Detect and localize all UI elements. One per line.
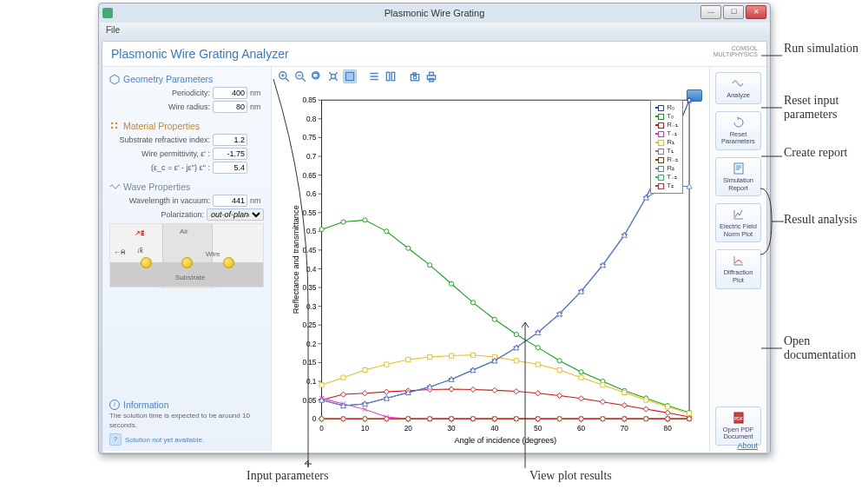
wave-icon: [109, 182, 120, 192]
svg-text:0: 0: [312, 415, 317, 423]
analyze-icon: [732, 77, 746, 89]
wire-radius-input[interactable]: [213, 101, 247, 113]
analyze-button[interactable]: Analyze: [715, 72, 761, 104]
page-title: Plasmonic Wire Grating Analyzer: [111, 47, 289, 61]
annotation-view: View plot results: [529, 469, 612, 483]
menu-file[interactable]: File: [106, 25, 120, 35]
svg-text:0.35: 0.35: [302, 284, 316, 292]
select-icon[interactable]: [343, 69, 357, 83]
chart: 0102030405060708000.050.10.150.20.250.30…: [289, 93, 700, 446]
app-window: Plasmonic Wire Grating — ☐ ✕ File Plasmo…: [98, 3, 771, 454]
svg-text:80: 80: [664, 425, 673, 433]
svg-point-14: [413, 76, 417, 79]
app-icon: [102, 8, 113, 18]
svg-text:30: 30: [447, 425, 456, 433]
chart-legend: R₀T₀R₋₁T₋₁R₁T₁R₋₂R₂T₋₂T₂: [650, 100, 683, 194]
minimize-button[interactable]: —: [700, 5, 721, 19]
svg-text:0: 0: [319, 425, 324, 433]
svg-text:0.6: 0.6: [306, 190, 317, 198]
svg-rect-76: [734, 163, 743, 174]
report-button[interactable]: Simulation Report: [715, 157, 761, 196]
diffraction-plot-button[interactable]: Diffraction Plot: [715, 249, 761, 288]
about-link[interactable]: About: [737, 441, 758, 450]
status-text: Solution not yet available.: [125, 436, 204, 444]
svg-text:0.05: 0.05: [302, 397, 316, 405]
right-sidebar: Analyze Reset Parameters Simulation Repo…: [709, 67, 766, 451]
svg-text:0.85: 0.85: [302, 96, 316, 104]
window-title: Plasmonic Wire Grating: [385, 8, 485, 18]
diffraction-icon: [733, 254, 745, 267]
open-pdf-button[interactable]: PDFOpen PDF Document: [715, 406, 761, 446]
reset-button[interactable]: Reset Parameters: [715, 111, 761, 150]
svg-text:PDF: PDF: [734, 416, 743, 421]
main-plot-area: 0102030405060708000.050.10.150.20.250.30…: [272, 67, 709, 451]
svg-text:0.25: 0.25: [302, 321, 316, 329]
material-section-header: Material Properties: [109, 119, 264, 133]
zoom-box-icon[interactable]: [310, 69, 324, 83]
substrate-index-input[interactable]: [213, 134, 247, 146]
efield-plot-button[interactable]: Electric Field Norm Plot: [715, 203, 761, 242]
report-icon: [733, 162, 744, 175]
zoom-in-icon[interactable]: [277, 69, 291, 83]
svg-rect-9: [332, 75, 336, 79]
menubar: File: [99, 23, 770, 38]
zoom-extents-icon[interactable]: [326, 69, 340, 83]
annotation-result: Result analysis: [784, 213, 857, 227]
svg-text:40: 40: [490, 425, 499, 433]
annotation-doc: Open documentation: [784, 334, 868, 362]
svg-text:0.3: 0.3: [306, 303, 317, 311]
svg-point-4: [115, 127, 117, 129]
print-icon[interactable]: [424, 69, 438, 83]
maximize-button[interactable]: ☐: [723, 5, 744, 19]
svg-marker-0: [110, 75, 119, 84]
svg-rect-10: [345, 72, 353, 80]
permittivity-real-input[interactable]: [213, 148, 247, 160]
grid-icon[interactable]: [367, 69, 381, 83]
titlebar[interactable]: Plasmonic Wire Grating — ☐ ✕: [99, 3, 770, 23]
svg-text:0.15: 0.15: [302, 359, 316, 367]
svg-text:0.2: 0.2: [306, 340, 317, 348]
periodicity-input[interactable]: [213, 87, 247, 99]
svg-rect-12: [391, 72, 395, 80]
annotation-run: Run simulation: [784, 42, 858, 56]
material-icon: [109, 121, 120, 131]
svg-text:0.4: 0.4: [306, 266, 317, 274]
svg-text:Reflectance and transmittance: Reflectance and transmittance: [292, 205, 300, 314]
geometry-diagram: Air Wire Substrate ↗E⃗ ←H⃗ ↓k⃗: [109, 223, 264, 287]
help-icon[interactable]: ?: [109, 433, 122, 446]
legend-icon[interactable]: [384, 69, 398, 83]
svg-rect-17: [430, 72, 434, 76]
geometry-icon: [109, 74, 120, 84]
polarization-select[interactable]: out-of-plane: [207, 208, 264, 221]
camera-icon[interactable]: [408, 69, 422, 83]
wave-section-header: Wave Properties: [109, 180, 264, 194]
svg-text:0.5: 0.5: [306, 228, 317, 235]
close-button[interactable]: ✕: [746, 5, 766, 19]
field-icon: [733, 208, 745, 221]
svg-text:70: 70: [621, 425, 629, 433]
svg-text:0.1: 0.1: [306, 378, 317, 386]
svg-rect-19: [322, 100, 689, 419]
info-section-header: i Information: [109, 398, 264, 412]
svg-point-1: [111, 122, 113, 124]
svg-text:60: 60: [577, 425, 586, 433]
svg-rect-11: [386, 72, 390, 80]
svg-rect-8: [312, 74, 318, 78]
annotation-reset: Reset input parameters: [784, 94, 868, 122]
brand-logo: COMSOLMULTIPHYSICS: [713, 45, 758, 57]
annotation-report: Create report: [784, 146, 847, 160]
reset-icon: [733, 116, 745, 129]
svg-text:0.7: 0.7: [306, 153, 317, 161]
svg-point-3: [111, 127, 113, 129]
left-sidebar: Geometry Parameters Periodicity:nm Wire …: [102, 67, 272, 451]
annotation-input: Input parameters: [247, 469, 328, 483]
zoom-out-icon[interactable]: [293, 69, 307, 83]
plot-toolbar: [272, 67, 709, 86]
info-icon: i: [109, 400, 120, 410]
permittivity-imag-input[interactable]: [213, 162, 247, 174]
wavelength-input[interactable]: [213, 195, 247, 207]
svg-text:10: 10: [361, 425, 370, 433]
svg-text:0.65: 0.65: [302, 172, 316, 180]
svg-text:0.75: 0.75: [302, 134, 316, 142]
geometry-section-header: Geometry Parameters: [109, 72, 264, 86]
